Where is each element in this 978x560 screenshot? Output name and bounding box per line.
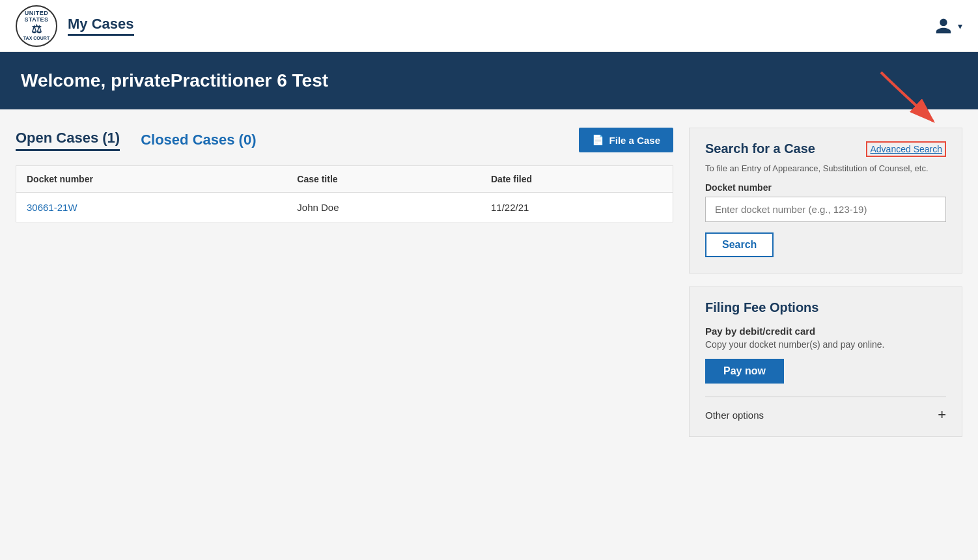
other-options-label: Other options xyxy=(705,410,764,421)
docket-link[interactable]: 30661-21W xyxy=(27,202,77,213)
col-docket: Docket number xyxy=(16,166,287,193)
search-description: To file an Entry of Appearance, Substitu… xyxy=(705,163,946,173)
file-case-label: File a Case xyxy=(609,135,660,146)
col-title: Case title xyxy=(286,166,481,193)
docket-number-label: Docket number xyxy=(705,182,946,193)
filing-fee-card: Filing Fee Options Pay by debit/credit c… xyxy=(689,287,962,437)
court-logo: UNITED STATES ⚖ TAX COURT xyxy=(16,5,57,47)
date-filed-cell: 11/22/21 xyxy=(481,193,673,223)
docket-number-input[interactable] xyxy=(705,197,946,222)
table-row: 30661-21WJohn Doe11/22/21 xyxy=(16,193,673,223)
other-options-row[interactable]: Other options + xyxy=(705,397,946,423)
case-title-cell: John Doe xyxy=(286,193,481,223)
tabs-left: Open Cases (1) Closed Cases (0) xyxy=(16,130,256,151)
search-card-title: Search for a Case xyxy=(705,141,815,156)
user-icon xyxy=(934,17,953,35)
welcome-banner: Welcome, privatePractitioner 6 Test xyxy=(0,52,978,109)
cases-tabs: Open Cases (1) Closed Cases (0) 📄 File a… xyxy=(16,128,673,152)
tab-closed-cases[interactable]: Closed Cases (0) xyxy=(141,132,256,148)
pay-now-button[interactable]: Pay now xyxy=(705,359,784,384)
search-button[interactable]: Search xyxy=(705,232,774,257)
file-case-button[interactable]: 📄 File a Case xyxy=(579,128,673,152)
chevron-down-icon: ▾ xyxy=(958,21,962,31)
plus-icon: + xyxy=(938,406,946,423)
user-menu[interactable]: ▾ xyxy=(934,17,962,35)
search-for-case-card: Search for a Case Advanced Search To fil… xyxy=(689,128,962,273)
welcome-text: Welcome, privatePractitioner 6 Test xyxy=(21,70,328,91)
fee-card-title: Filing Fee Options xyxy=(705,300,946,315)
pay-card-description: Copy your docket number(s) and pay onlin… xyxy=(705,339,946,350)
col-date: Date filed xyxy=(481,166,673,193)
table-body: 30661-21WJohn Doe11/22/21 xyxy=(16,193,673,223)
main-content: Open Cases (1) Closed Cases (0) 📄 File a… xyxy=(0,109,978,455)
right-panel: Search for a Case Advanced Search To fil… xyxy=(689,128,962,437)
search-card-wrapper: Search for a Case Advanced Search To fil… xyxy=(689,128,962,273)
header-left: UNITED STATES ⚖ TAX COURT My Cases xyxy=(16,5,134,47)
site-title: My Cases xyxy=(68,16,134,36)
file-icon: 📄 xyxy=(592,134,604,146)
cases-table: Docket number Case title Date filed 3066… xyxy=(16,165,673,223)
pay-card-label: Pay by debit/credit card xyxy=(705,326,946,337)
site-header: UNITED STATES ⚖ TAX COURT My Cases ▾ xyxy=(0,0,978,52)
table-header: Docket number Case title Date filed xyxy=(16,166,673,193)
left-panel: Open Cases (1) Closed Cases (0) 📄 File a… xyxy=(16,128,673,437)
advanced-search-link[interactable]: Advanced Search xyxy=(866,141,946,157)
tab-open-cases[interactable]: Open Cases (1) xyxy=(16,130,120,151)
search-card-header: Search for a Case Advanced Search xyxy=(705,141,946,157)
